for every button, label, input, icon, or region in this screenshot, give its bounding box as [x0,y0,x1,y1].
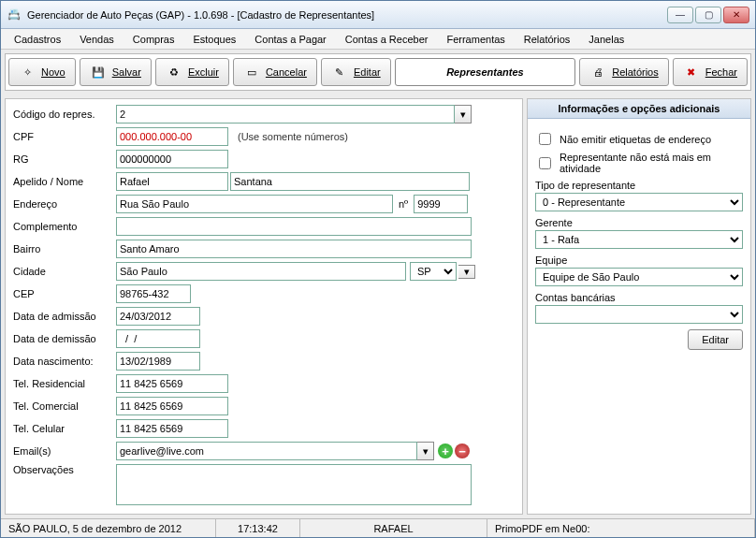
rg-label: RG [13,153,116,165]
salvar-button[interactable]: 💾Salvar [80,58,152,86]
uf-select[interactable]: SP [410,262,457,281]
side-panel: Informações e opções adicionais Não emit… [527,98,751,515]
cidade-label: Cidade [13,266,116,277]
tipo-select[interactable]: 0 - Representante [535,193,743,211]
bairro-input[interactable] [116,240,472,258]
chk-inativo[interactable]: Representante não está mais em atividade [535,152,743,174]
status-user: RAFAEL [300,519,487,537]
telcom-label: Tel. Comercial [13,400,116,412]
editar-button[interactable]: ✎Editar [321,58,391,86]
titlebar: 📇 Gerenciador de Auto Peças (GAP) - 1.0.… [1,1,755,29]
window-controls: — ▢ ✕ [667,7,749,23]
cidade-input[interactable] [116,262,406,281]
cep-input[interactable] [116,284,191,303]
gerente-label: Gerente [535,217,743,228]
status-location: SÃO PAULO, 5 de dezembro de 2012 [1,519,216,537]
equipe-select[interactable]: Equipe de São Paulo [535,268,743,286]
obs-label: Observações [13,464,116,475]
contas-label: Contas bancárias [535,292,743,303]
apelido-label: Apelido / Nome [13,176,116,187]
contas-select[interactable] [535,305,743,324]
report-icon: 🖨 [589,64,606,80]
nasc-label: Data nascimento: [13,356,116,367]
demissao-input[interactable] [116,329,200,348]
menu-estoques[interactable]: Estoques [185,32,243,47]
app-window: 📇 Gerenciador de Auto Peças (GAP) - 1.0.… [0,0,756,538]
admissao-label: Data de admissão [13,311,116,322]
emails-label: Email(s) [13,445,116,457]
menu-cadastros[interactable]: Cadastros [7,32,68,47]
endereco-label: Endereço [13,198,116,210]
rg-input[interactable] [116,150,228,168]
cancelar-button[interactable]: ▭Cancelar [233,58,317,86]
cep-label: CEP [13,288,116,299]
menu-janelas[interactable]: Janelas [581,32,632,47]
menu-relatorios[interactable]: Relatórios [516,32,578,47]
gerente-select[interactable]: 1 - Rafa [535,230,743,249]
email-dropdown[interactable]: ▾ [417,442,434,460]
chk-etiquetas-box[interactable] [539,133,551,145]
menu-contas-receber[interactable]: Contas a Receber [338,32,436,47]
close-icon: ✖ [683,64,700,80]
chk-inativo-box[interactable] [539,157,551,169]
codigo-input[interactable] [116,105,455,124]
telcom-input[interactable] [116,397,228,415]
cpf-input[interactable] [116,127,228,146]
cidade-lookup-button[interactable]: ▾ [458,265,475,279]
contas-editar-button[interactable]: Editar [688,329,743,350]
obs-textarea[interactable] [116,464,472,505]
menu-ferramentas[interactable]: Ferramentas [439,32,512,47]
telcel-input[interactable] [116,419,228,438]
save-icon: 💾 [90,64,107,80]
statusbar: SÃO PAULO, 5 de dezembro de 2012 17:13:4… [1,518,755,537]
status-printer: PrimoPDF em Ne00: [487,519,755,537]
fechar-button[interactable]: ✖Fechar [673,58,748,86]
complemento-label: Complemento [13,221,116,232]
demissao-label: Data de demissão [13,333,116,344]
menu-vendas[interactable]: Vendas [72,32,122,47]
menubar: Cadastros Vendas Compras Estoques Contas… [1,29,755,50]
maximize-button[interactable]: ▢ [695,7,721,23]
telres-label: Tel. Residencial [13,378,116,389]
minimize-button[interactable]: — [667,7,693,23]
novo-button[interactable]: ✧Novo [8,58,76,86]
form-panel: Código do repres. ▾ CPF (Use somente núm… [5,98,523,515]
telcel-label: Tel. Celular [13,423,116,434]
close-window-button[interactable]: ✕ [723,7,749,23]
cpf-hint: (Use somente números) [238,131,348,142]
equipe-label: Equipe [535,254,743,266]
admissao-input[interactable] [116,307,200,326]
apelido-input[interactable] [116,172,228,191]
numero-label: nº [399,198,408,210]
cancel-icon: ▭ [243,64,260,80]
toolbar: ✧Novo 💾Salvar ♻Excluir ▭Cancelar ✎Editar… [5,53,751,91]
content-area: Código do repres. ▾ CPF (Use somente núm… [1,95,755,518]
relatorios-button[interactable]: 🖨Relatórios [579,58,669,86]
cpf-label: CPF [13,131,116,142]
email-add-button[interactable]: + [438,443,453,458]
nome-input[interactable] [230,172,470,191]
nasc-input[interactable] [116,352,200,371]
app-icon: 📇 [7,7,22,22]
edit-icon: ✎ [331,64,348,80]
chk-etiquetas[interactable]: Não emitir etiquetas de endereço [535,130,743,148]
status-time: 17:13:42 [216,519,300,537]
email-remove-button[interactable]: − [455,443,470,458]
delete-icon: ♻ [166,64,182,80]
side-header: Informações e opções adicionais [528,99,750,119]
telres-input[interactable] [116,374,228,393]
page-title-box: Representantes [395,58,576,86]
menu-compras[interactable]: Compras [125,32,182,47]
tipo-label: Tipo de representante [535,180,743,191]
bairro-label: Bairro [13,243,116,254]
menu-contas-pagar[interactable]: Contas a Pagar [247,32,333,47]
page-title: Representantes [446,66,524,78]
numero-input[interactable] [414,195,468,213]
endereco-input[interactable] [116,195,393,213]
email-input[interactable] [116,442,417,460]
codigo-label: Código do repres. [13,109,116,120]
window-title: Gerenciador de Auto Peças (GAP) - 1.0.69… [27,9,667,21]
codigo-dropdown[interactable]: ▾ [455,105,472,124]
complemento-input[interactable] [116,217,472,236]
excluir-button[interactable]: ♻Excluir [155,58,229,86]
